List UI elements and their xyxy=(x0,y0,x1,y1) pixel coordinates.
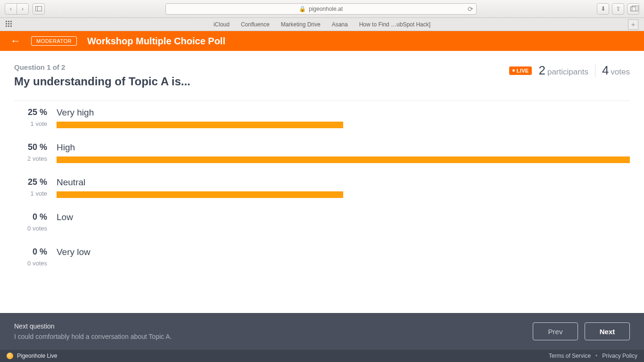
option-bar-fill xyxy=(57,156,630,163)
poll-options: 25 %1 voteVery high50 %2 votesHigh25 %1 … xyxy=(14,107,630,268)
option-body: High xyxy=(57,142,630,163)
browser-toolbar: ‹ › 🔒 pigeonhole.at ⟳ ⬇ ⇪ xyxy=(0,0,644,18)
prev-button[interactable]: Prev xyxy=(533,322,578,340)
participants-stat: 2participants xyxy=(538,63,588,78)
poll-option: 50 %2 votesHigh xyxy=(14,142,630,163)
option-percent: 25 % xyxy=(14,177,47,187)
page-title: Workshop Multiple Choice Poll xyxy=(87,36,225,47)
section-divider xyxy=(14,100,630,101)
back-arrow-icon[interactable]: ← xyxy=(10,35,21,47)
favorite-link[interactable]: iCloud xyxy=(214,21,230,28)
address-bar[interactable]: 🔒 pigeonhole.at ⟳ xyxy=(165,3,477,15)
option-bar-track xyxy=(57,191,630,198)
option-label: Very low xyxy=(57,247,630,257)
favorites-links: iCloud Confluence Marketing Drive Asana … xyxy=(214,21,430,28)
footer-dot: • xyxy=(595,353,597,359)
poll-option: 25 %1 voteVery high xyxy=(14,107,630,128)
nav-buttons: Prev Next xyxy=(533,322,630,340)
new-tab-button[interactable]: + xyxy=(628,19,638,30)
poll-body: Question 1 of 2 My understanding of Topi… xyxy=(0,51,644,268)
option-percent: 50 % xyxy=(14,142,47,152)
live-badge: LIVE xyxy=(509,66,532,75)
participants-count: 2 xyxy=(538,63,545,77)
question-position: Question 1 of 2 xyxy=(14,63,190,71)
browser-back-button[interactable]: ‹ xyxy=(5,3,17,15)
browser-forward-button[interactable]: › xyxy=(17,3,29,15)
option-percent: 0 % xyxy=(14,212,47,222)
share-button[interactable]: ⇪ xyxy=(612,3,624,15)
favorites-bar: iCloud Confluence Marketing Drive Asana … xyxy=(0,18,644,31)
option-bar-track xyxy=(57,226,630,233)
option-body: Very low xyxy=(57,247,630,268)
tabs-button[interactable] xyxy=(627,3,639,15)
option-percent: 25 % xyxy=(14,107,47,117)
option-label: Very high xyxy=(57,107,630,118)
poll-option: 25 %1 voteNeutral xyxy=(14,177,630,198)
option-votes: 2 votes xyxy=(14,155,47,162)
sidebar-icon xyxy=(35,6,42,11)
privacy-link[interactable]: Privacy Policy xyxy=(602,353,637,359)
option-bar-fill xyxy=(57,122,343,128)
app-header: ← MODERATOR Workshop Multiple Choice Pol… xyxy=(0,31,644,51)
option-numbers: 0 %0 votes xyxy=(14,247,47,267)
question-meta-row: Question 1 of 2 My understanding of Topi… xyxy=(14,63,630,88)
option-label: Neutral xyxy=(57,177,630,188)
next-question-heading: Next question xyxy=(14,322,172,330)
favorite-link[interactable]: Confluence xyxy=(241,21,270,28)
question-heading: Question 1 of 2 My understanding of Topi… xyxy=(14,63,190,88)
address-bar-wrap: 🔒 pigeonhole.at ⟳ xyxy=(49,3,593,15)
next-button[interactable]: Next xyxy=(585,322,630,340)
browser-sidebar-button[interactable] xyxy=(33,3,45,15)
brand-name: Pigeonhole Live xyxy=(17,353,57,359)
option-body: Low xyxy=(57,212,630,233)
option-bar-track xyxy=(57,122,630,128)
option-votes: 0 votes xyxy=(14,225,47,232)
favorite-link[interactable]: How to Find …ubSpot Hack] xyxy=(359,21,430,28)
favorite-link[interactable]: Asana xyxy=(332,21,348,28)
votes-count: 4 xyxy=(602,63,609,77)
option-numbers: 50 %2 votes xyxy=(14,142,47,162)
poll-option: 0 %0 votesLow xyxy=(14,212,630,233)
option-bar-track xyxy=(57,156,630,163)
option-label: High xyxy=(57,142,630,153)
option-percent: 0 % xyxy=(14,247,47,257)
favorite-link[interactable]: Marketing Drive xyxy=(281,21,321,28)
browser-right-buttons: ⬇ ⇪ xyxy=(597,3,639,15)
participants-label: participants xyxy=(547,67,588,76)
poll-option: 0 %0 votesVery low xyxy=(14,247,630,268)
next-question-text: I could comfortably hold a conversation … xyxy=(14,333,172,340)
app-footer: Pigeonhole Live Terms of Service • Priva… xyxy=(0,350,644,362)
reload-icon[interactable]: ⟳ xyxy=(468,5,473,13)
downloads-button[interactable]: ⬇ xyxy=(597,3,609,15)
votes-stat: 4votes xyxy=(602,63,630,78)
next-question-info: Next question I could comfortably hold a… xyxy=(14,322,172,340)
poll-stats: LIVE 2participants 4votes xyxy=(509,63,630,78)
option-votes: 1 vote xyxy=(14,190,47,197)
option-votes: 1 vote xyxy=(14,120,47,127)
option-numbers: 25 %1 vote xyxy=(14,177,47,197)
terms-link[interactable]: Terms of Service xyxy=(549,353,591,359)
option-bar-track xyxy=(57,261,630,268)
footer-links: Terms of Service • Privacy Policy xyxy=(549,353,637,359)
option-label: Low xyxy=(57,212,630,222)
option-body: Neutral xyxy=(57,177,630,198)
question-text: My understanding of Topic A is... xyxy=(14,75,190,88)
apps-icon[interactable] xyxy=(6,21,13,28)
address-host: pigeonhole.at xyxy=(309,6,343,12)
option-votes: 0 votes xyxy=(14,260,47,267)
next-question-bar: Next question I could comfortably hold a… xyxy=(0,313,644,350)
lock-icon: 🔒 xyxy=(299,6,306,12)
option-bar-fill xyxy=(57,191,343,198)
option-numbers: 25 %1 vote xyxy=(14,107,47,127)
option-numbers: 0 %0 votes xyxy=(14,212,47,232)
nav-back-forward: ‹ › xyxy=(5,3,29,15)
moderator-badge: MODERATOR xyxy=(31,36,77,46)
tabs-icon xyxy=(630,7,636,11)
votes-label: votes xyxy=(611,67,630,76)
stat-divider xyxy=(595,65,595,77)
brand-icon xyxy=(7,353,13,359)
option-body: Very high xyxy=(57,107,630,128)
